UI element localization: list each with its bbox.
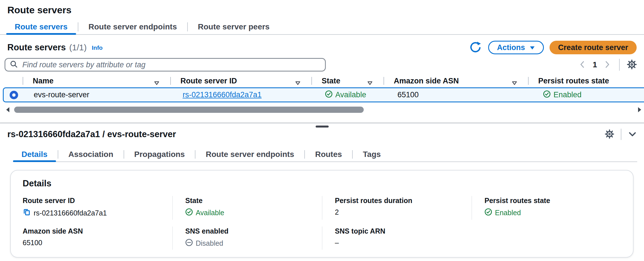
tab-label: Details xyxy=(21,150,48,159)
details-card: Details Route server ID rs-021316660fda2… xyxy=(10,170,634,258)
field-label: Persist routes state xyxy=(484,197,614,205)
column-header-state[interactable]: State xyxy=(312,74,384,87)
table-row[interactable]: evs-route-server rs-021316660fda2a7a1 Av… xyxy=(3,87,644,102)
column-filter-caret-icon[interactable] xyxy=(295,79,301,87)
status-badge: Available xyxy=(325,90,366,100)
search-input[interactable] xyxy=(22,60,320,70)
scroll-left-icon[interactable] xyxy=(6,107,9,112)
field-value-text: Enabled xyxy=(495,209,521,217)
status-enabled-icon xyxy=(543,90,551,100)
field-amazon-side-asn: Amazon side ASN 65100 xyxy=(23,227,172,250)
field-label: Amazon side ASN xyxy=(23,227,165,235)
split-panel-actions xyxy=(604,129,637,140)
tab-label: Propagations xyxy=(134,150,185,159)
details-grid: Route server ID rs-021316660fda2a7a1 Sta… xyxy=(23,196,621,250)
column-filter-caret-icon[interactable] xyxy=(154,79,160,87)
row-id-cell: rs-021316660fda2a7a1 xyxy=(173,90,315,99)
collapse-panel-button[interactable] xyxy=(628,129,637,140)
status-text: Enabled xyxy=(553,90,581,99)
tab-separator xyxy=(124,150,124,159)
field-label: SNS enabled xyxy=(185,227,315,235)
chevron-right-icon xyxy=(604,60,611,70)
field-label: State xyxy=(185,197,315,205)
field-state: State Available xyxy=(172,196,322,220)
tab-label: Association xyxy=(68,150,113,159)
panel-actions-divider xyxy=(621,129,621,140)
route-servers-table: Name Route server ID State Amazon side A… xyxy=(3,74,644,113)
split-panel-title: rs-021316660fda2a7a1 / evs-route-server xyxy=(7,129,176,139)
tab-route-servers[interactable]: Route servers xyxy=(6,20,76,34)
column-label: Persist routes state xyxy=(538,77,609,85)
tab-label: Route server endpoints xyxy=(206,150,294,159)
drag-handle-icon[interactable] xyxy=(316,126,329,128)
empty-cell xyxy=(471,227,621,250)
tab-route-server-endpoints[interactable]: Route server endpoints xyxy=(197,147,303,161)
detail-tabs: Details Association Propagations Route s… xyxy=(13,147,637,162)
field-value-text: Available xyxy=(196,209,224,217)
field-persist-routes-duration: Persist routes duration 2 xyxy=(322,196,471,220)
table-preferences-button[interactable] xyxy=(626,59,637,71)
column-header-name[interactable]: Name xyxy=(23,74,171,87)
row-name-cell: evs-route-server xyxy=(24,90,173,99)
list-counter: (1/1) xyxy=(69,43,87,52)
field-value-text: Disabled xyxy=(196,239,223,247)
tab-label: Route servers xyxy=(15,22,68,31)
field-label: Persist routes duration xyxy=(335,197,465,205)
field-value-text: rs-021316660fda2a7a1 xyxy=(34,209,107,217)
info-link[interactable]: Info xyxy=(92,44,102,51)
column-label: Name xyxy=(33,77,54,85)
column-label: State xyxy=(322,77,340,85)
create-route-server-button[interactable]: Create route server xyxy=(550,41,637,54)
row-asn-cell: 65100 xyxy=(388,90,533,99)
pagination-divider xyxy=(619,59,620,71)
column-header-persist-routes-state[interactable]: Persist routes state xyxy=(529,74,644,87)
radio-selected-icon[interactable] xyxy=(10,91,18,99)
column-header-amazon-side-asn[interactable]: Amazon side ASN xyxy=(384,74,529,87)
panel-preferences-button[interactable] xyxy=(604,129,615,140)
tab-routes[interactable]: Routes xyxy=(307,147,350,161)
tab-separator xyxy=(78,22,78,31)
column-label: Amazon side ASN xyxy=(394,77,459,85)
next-page-button[interactable] xyxy=(604,60,611,70)
copy-icon[interactable] xyxy=(23,208,31,218)
toolbar: 1 xyxy=(0,56,644,74)
list-title: Route servers xyxy=(7,42,66,53)
tab-route-server-peers[interactable]: Route server peers xyxy=(189,20,278,34)
route-server-id-link[interactable]: rs-021316660fda2a7a1 xyxy=(183,90,262,99)
actions-button[interactable]: Actions xyxy=(488,41,544,54)
split-panel-header: rs-021316660fda2a7a1 / evs-route-server xyxy=(0,129,644,140)
column-header-route-server-id[interactable]: Route server ID xyxy=(171,74,312,87)
actions-button-label: Actions xyxy=(497,43,525,52)
status-badge: Enabled xyxy=(543,90,581,100)
field-value-text: 65100 xyxy=(23,239,42,247)
tab-label: Tags xyxy=(363,150,381,159)
tab-separator xyxy=(352,150,353,159)
scrollbar-thumb[interactable] xyxy=(14,107,364,113)
tab-label: Routes xyxy=(315,150,342,159)
status-available-icon xyxy=(185,208,193,217)
resource-view-tabs: Route servers Route server endpoints Rou… xyxy=(0,20,644,35)
table-header-row: Name Route server ID State Amazon side A… xyxy=(3,74,644,87)
selection-column-header xyxy=(3,74,23,87)
scroll-right-icon[interactable] xyxy=(638,107,641,112)
row-persist-cell: Enabled xyxy=(533,90,644,100)
tab-separator xyxy=(187,22,188,31)
list-header: Route servers (1/1) Info Actions Create … xyxy=(0,35,644,56)
tab-tags[interactable]: Tags xyxy=(354,147,389,161)
route-server-name: evs-route-server xyxy=(34,90,89,99)
tab-propagations[interactable]: Propagations xyxy=(126,147,193,161)
split-panel: rs-021316660fda2a7a1 / evs-route-server xyxy=(0,123,644,258)
tab-details[interactable]: Details xyxy=(13,147,56,161)
status-enabled-icon xyxy=(484,208,492,217)
search-box[interactable] xyxy=(5,58,326,72)
column-filter-caret-icon[interactable] xyxy=(367,79,373,87)
field-value-text: – xyxy=(335,239,339,247)
previous-page-button[interactable] xyxy=(579,60,586,70)
status-text: Available xyxy=(335,90,366,99)
tab-route-server-endpoints[interactable]: Route server endpoints xyxy=(80,20,186,34)
column-filter-caret-icon[interactable] xyxy=(512,79,517,87)
refresh-button[interactable] xyxy=(468,40,483,55)
tab-association[interactable]: Association xyxy=(60,147,122,161)
search-icon xyxy=(10,60,18,69)
details-heading: Details xyxy=(23,178,621,189)
